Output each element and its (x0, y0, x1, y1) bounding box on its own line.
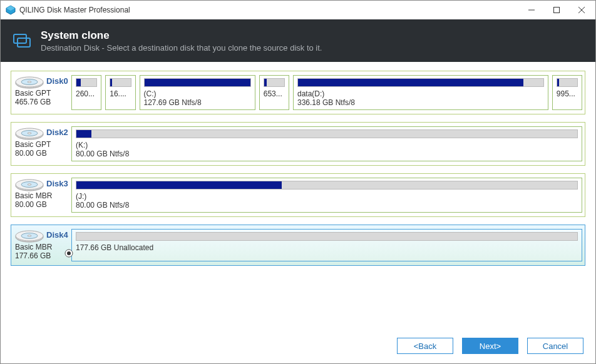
partition[interactable]: 995... (552, 75, 582, 110)
disk-type: Basic MBR (15, 243, 71, 251)
disk-size: 80.00 GB (15, 149, 71, 158)
back-button[interactable]: <Back (397, 338, 453, 354)
next-button[interactable]: Next> (462, 338, 518, 354)
partition-usage-bar (110, 78, 131, 87)
footer-buttons: <Back Next> Cancel (397, 338, 583, 354)
partition-size: 260... (76, 89, 97, 98)
partition-usage-bar (297, 78, 544, 87)
partition-usage-bar (76, 129, 578, 138)
page-title: System clone (41, 29, 322, 42)
disk-name: Disk2 (46, 128, 68, 137)
disk-name: Disk4 (46, 230, 68, 240)
partition-label: data(D:) (297, 89, 544, 98)
partition-label: (J:) (76, 192, 578, 201)
partition-size: 80.00 GB Ntfs/8 (76, 149, 578, 158)
partition-size: 16.... (110, 89, 131, 98)
app-icon (6, 5, 16, 15)
partition[interactable]: (C:) 127.69 GB Ntfs/8 (140, 75, 255, 110)
disk-meta: Disk0 Basic GPT 465.76 GB (14, 75, 71, 110)
disk-name: Disk3 (46, 179, 68, 188)
disk-type: Basic MBR (15, 191, 71, 200)
partition-size: 80.00 GB Ntfs/8 (76, 201, 578, 210)
partition-label: (K:) (76, 141, 578, 149)
window-controls (519, 1, 594, 19)
system-clone-icon (12, 31, 32, 51)
close-button[interactable] (569, 1, 594, 19)
disk-size: 177.66 GB (15, 251, 71, 260)
disk-size: 80.00 GB (15, 200, 71, 209)
partitions: (K:) 80.00 GB Ntfs/8 (71, 126, 582, 161)
partition-usage-bar (557, 78, 578, 87)
disk-row[interactable]: Disk4 Basic MBR 177.66 GB 177.66 GB Unal… (11, 225, 585, 266)
disk-type: Basic GPT (15, 89, 71, 98)
svg-point-11 (28, 81, 31, 83)
partition-size: 336.18 GB Ntfs/8 (297, 98, 544, 107)
partition[interactable]: data(D:) 336.18 GB Ntfs/8 (293, 75, 548, 110)
disk-type: Basic GPT (15, 140, 71, 149)
partition-size: 127.69 GB Ntfs/8 (144, 98, 251, 107)
svg-point-25 (67, 251, 71, 255)
page-subtitle: Destination Disk - Select a destination … (41, 43, 322, 53)
minimize-button[interactable] (519, 1, 544, 19)
disk-size: 465.76 GB (15, 98, 71, 106)
page-header: System clone Destination Disk - Select a… (1, 19, 595, 62)
disk-radio-icon (64, 249, 73, 260)
svg-point-15 (28, 133, 31, 134)
disk-row[interactable]: Disk2 Basic GPT 80.00 GB (K:) 80.00 GB N… (11, 122, 585, 166)
window-title: QILING Disk Master Professional (19, 6, 519, 14)
partition[interactable]: (K:) 80.00 GB Ntfs/8 (71, 126, 582, 161)
partition-size: 995... (557, 89, 578, 98)
partition[interactable]: 16.... (105, 75, 135, 110)
partitions: 177.66 GB Unallocated (71, 229, 582, 261)
disk-meta: Disk3 Basic MBR 80.00 GB (14, 178, 71, 213)
svg-point-23 (28, 235, 31, 236)
partitions: 260... 16.... (C:) 127.69 GB Ntfs/8 653.… (71, 75, 582, 110)
titlebar: QILING Disk Master Professional (1, 1, 595, 19)
partition[interactable]: 653... (259, 75, 289, 110)
partition[interactable]: 177.66 GB Unallocated (71, 229, 582, 261)
partition-usage-bar (144, 78, 251, 87)
partition-usage-bar (264, 78, 285, 87)
disk-name: Disk0 (46, 76, 68, 86)
partition-size: 177.66 GB Unallocated (76, 243, 578, 252)
partition-usage-bar (76, 181, 578, 190)
partition-label: (C:) (144, 89, 251, 98)
partition-size: 653... (264, 89, 285, 98)
disk-row[interactable]: Disk3 Basic MBR 80.00 GB (J:) 80.00 GB N… (11, 173, 585, 217)
partition[interactable]: 260... (71, 75, 101, 110)
partition-usage-bar (76, 78, 97, 87)
svg-rect-3 (554, 8, 560, 13)
disk-meta: Disk2 Basic GPT 80.00 GB (14, 126, 71, 161)
cancel-button[interactable]: Cancel (527, 338, 583, 354)
disk-list: Disk0 Basic GPT 465.76 GB 260... 16.... … (1, 62, 595, 266)
header-text: System clone Destination Disk - Select a… (41, 29, 322, 53)
svg-point-19 (28, 184, 31, 185)
maximize-button[interactable] (544, 1, 569, 19)
partition[interactable]: (J:) 80.00 GB Ntfs/8 (71, 178, 582, 213)
partitions: (J:) 80.00 GB Ntfs/8 (71, 178, 582, 213)
partition-usage-bar (76, 232, 578, 241)
disk-meta: Disk4 Basic MBR 177.66 GB (14, 229, 71, 261)
disk-row[interactable]: Disk0 Basic GPT 465.76 GB 260... 16.... … (11, 71, 585, 114)
